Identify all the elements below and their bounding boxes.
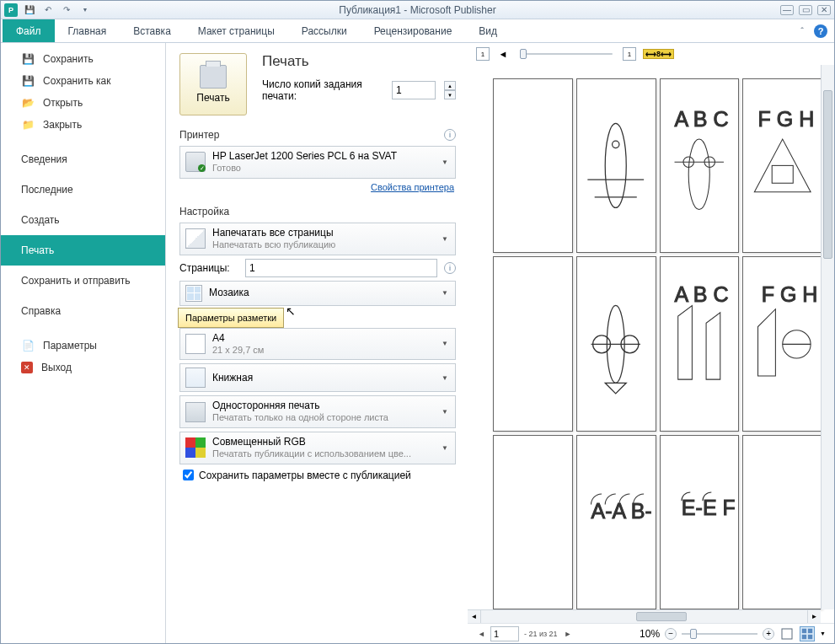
- preview-sheet: F G H: [742, 78, 822, 253]
- slider-thumb[interactable]: [520, 49, 527, 59]
- svg-point-3: [613, 141, 619, 148]
- nav-exit-label: Выход: [41, 362, 72, 373]
- rgb-icon: [185, 437, 206, 458]
- svg-text:F G H: F G H: [757, 108, 814, 131]
- nav-options-label: Параметры: [43, 340, 97, 352]
- folder-close-icon: 📁: [21, 118, 35, 131]
- print-options-pane: Печать Печать Число копий задания печати…: [166, 43, 468, 643]
- nav-exit[interactable]: ✕Выход: [1, 357, 165, 378]
- minimize-button[interactable]: —: [780, 5, 794, 15]
- ribbon-minimize-icon[interactable]: ˆ: [795, 24, 809, 38]
- scrollbar-thumb[interactable]: [823, 90, 832, 259]
- nav-close-label: Закрыть: [43, 119, 82, 131]
- mouse-cursor: ↖: [286, 304, 296, 318]
- nav-info[interactable]: Сведения: [1, 144, 165, 174]
- zoom-out-button[interactable]: −: [665, 628, 677, 640]
- info-icon[interactable]: i: [444, 262, 456, 274]
- pages-input[interactable]: [245, 259, 437, 277]
- maximize-button[interactable]: ▭: [799, 5, 812, 15]
- chevron-down-icon[interactable]: ▼: [820, 631, 826, 636]
- nav-share[interactable]: Сохранить и отправить: [1, 266, 165, 296]
- qat-dropdown-icon[interactable]: ▼: [78, 3, 92, 17]
- mosaic-icon: [185, 285, 202, 302]
- tab-insert[interactable]: Вставка: [120, 19, 185, 42]
- horizontal-scrollbar[interactable]: ◄ ►: [468, 609, 821, 623]
- info-icon[interactable]: i: [444, 129, 456, 141]
- svg-point-0: [606, 124, 627, 208]
- ruler-toggle-icon[interactable]: ⟷8⟷: [643, 49, 674, 59]
- nav-close[interactable]: 📁Закрыть: [1, 114, 165, 136]
- window-controls: — ▭ ✕: [780, 5, 831, 15]
- printer-dropdown[interactable]: HP LaserJet 1200 Series PCL 6 на SVATГот…: [179, 146, 456, 179]
- svg-text:A B C D E: A B C D E: [675, 108, 735, 131]
- tab-home[interactable]: Главная: [55, 19, 120, 42]
- nav-saveas[interactable]: 💾Сохранить как: [1, 70, 165, 92]
- nav-options[interactable]: 📄Параметры: [1, 335, 165, 357]
- print-preview-pane: 1 ◄ 1 ⟷8⟷ A B C D E F G H A B C D E F G …: [468, 43, 834, 643]
- layout-label: Мозаика: [209, 287, 435, 299]
- fit-page-button[interactable]: [779, 626, 795, 641]
- tab-pagelayout[interactable]: Макет страницы: [185, 19, 288, 42]
- tab-review[interactable]: Рецензирование: [361, 19, 466, 42]
- chevron-down-icon: ▼: [442, 235, 450, 243]
- spin-up-icon[interactable]: ▲: [444, 81, 456, 90]
- close-button[interactable]: ✕: [817, 5, 831, 15]
- svg-rect-23: [808, 628, 812, 632]
- scroll-left-icon[interactable]: ◄: [468, 610, 481, 624]
- nav-saveas-label: Сохранить как: [43, 75, 110, 87]
- save-settings-checkbox[interactable]: [183, 470, 194, 480]
- nav-print-label: Печать: [21, 244, 54, 256]
- undo-icon[interactable]: ↶: [41, 3, 55, 17]
- printer-section-title: Принтер: [179, 129, 219, 141]
- printer-device-icon: [185, 152, 206, 172]
- chevron-down-icon: ▼: [442, 340, 450, 347]
- zoom-slider[interactable]: [682, 633, 757, 635]
- nav-save[interactable]: 💾Сохранить: [1, 48, 165, 70]
- save-icon[interactable]: 💾: [23, 3, 36, 17]
- page-num-right-icon[interactable]: 1: [623, 47, 636, 61]
- orientation-dropdown[interactable]: Книжная ▼: [179, 363, 456, 392]
- copies-input[interactable]: [392, 81, 436, 99]
- scrollbar-thumb[interactable]: [636, 612, 687, 621]
- svg-text:A B C D E: A B C D E: [675, 282, 735, 306]
- spin-down-icon[interactable]: ▼: [444, 90, 456, 99]
- nav-prev-icon[interactable]: ◄: [476, 630, 487, 638]
- copies-spinner[interactable]: ▲▼: [444, 81, 456, 99]
- color-dropdown[interactable]: Совмещенный RGBПечатать публикации с исп…: [179, 432, 456, 464]
- nav-open[interactable]: 📂Открыть: [1, 92, 165, 114]
- tab-mailings[interactable]: Рассылки: [288, 19, 361, 42]
- tab-file[interactable]: Файл: [3, 19, 55, 42]
- tab-view[interactable]: Вид: [465, 19, 511, 42]
- redo-icon[interactable]: ↷: [60, 3, 73, 17]
- nav-next-icon[interactable]: ►: [563, 630, 574, 638]
- duplex-dropdown[interactable]: Односторонняя печатьПечатать только на о…: [179, 395, 456, 428]
- single-side-icon: [185, 402, 206, 422]
- printer-name: HP LaserJet 1200 Series PCL 6 на SVAT: [212, 150, 435, 163]
- preview-slider[interactable]: [520, 53, 613, 55]
- paper-size-dropdown[interactable]: A421 x 29,7 см ▼: [179, 328, 456, 361]
- print-range-dropdown[interactable]: Напечатать все страницыНапечатать всю пу…: [179, 223, 456, 255]
- duplex-label: Односторонняя печать: [212, 400, 435, 412]
- printer-properties-link[interactable]: Свойства принтера: [179, 182, 454, 192]
- page-num-left-icon[interactable]: 1: [476, 47, 490, 61]
- nav-share-label: Сохранить и отправить: [21, 275, 131, 287]
- color-label: Совмещенный RGB: [212, 436, 435, 448]
- layout-dropdown[interactable]: Мозаика ▼: [179, 281, 456, 306]
- print-button[interactable]: Печать: [179, 53, 247, 115]
- scroll-right-icon[interactable]: ►: [807, 610, 821, 624]
- window-title: Публикация1 - Microsoft Publisher: [1, 4, 834, 16]
- options-icon: 📄: [21, 339, 35, 352]
- help-icon[interactable]: ?: [814, 24, 827, 38]
- nav-new[interactable]: Создать: [1, 205, 165, 235]
- current-page-input[interactable]: [490, 626, 519, 641]
- nav-print[interactable]: Печать: [1, 235, 165, 266]
- printer-status: Готово: [212, 163, 435, 174]
- multi-page-button[interactable]: [800, 626, 815, 641]
- zoom-in-button[interactable]: +: [763, 628, 774, 640]
- nav-recent[interactable]: Последние: [1, 174, 165, 205]
- vertical-scrollbar[interactable]: [821, 65, 834, 609]
- slider-left-icon[interactable]: ◄: [496, 47, 510, 61]
- nav-help[interactable]: Справка: [1, 296, 165, 326]
- zoom-slider-thumb[interactable]: [690, 629, 697, 639]
- svg-rect-24: [802, 634, 806, 638]
